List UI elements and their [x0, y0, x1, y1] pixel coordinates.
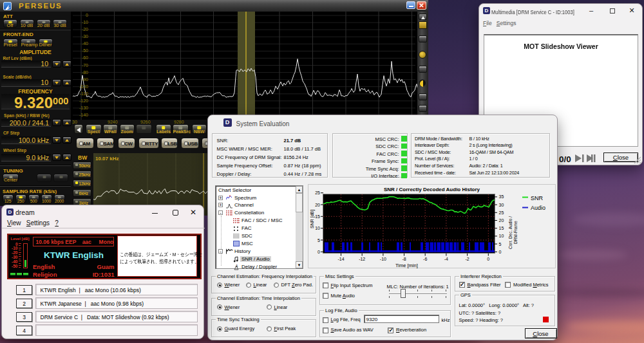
svg-text:Δ: Δ: [236, 264, 238, 268]
